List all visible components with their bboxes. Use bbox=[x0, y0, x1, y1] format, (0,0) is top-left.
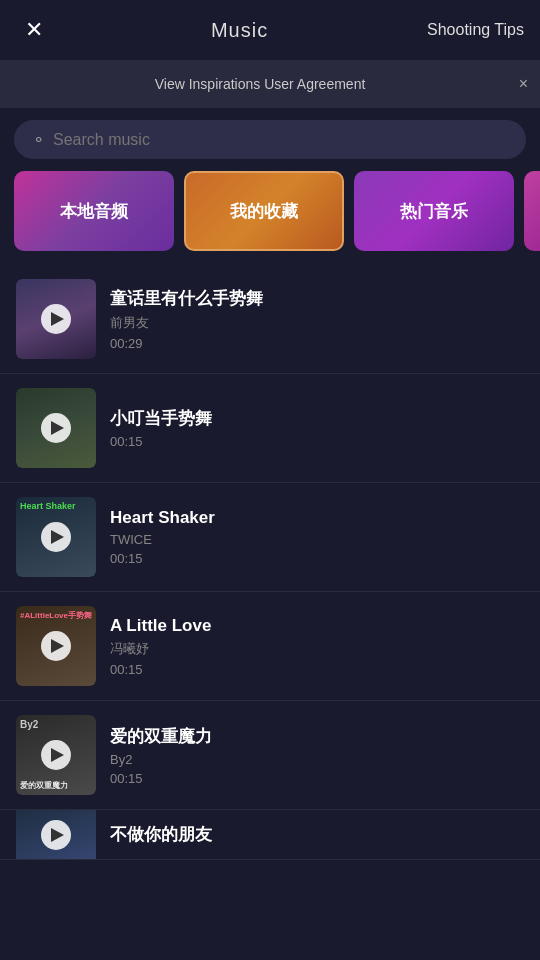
list-item[interactable]: 童话里有什么手势舞 前男友 00:29 bbox=[0, 265, 540, 374]
music-info: A Little Love 冯曦妤 00:15 bbox=[110, 616, 524, 677]
close-button[interactable]: ✕ bbox=[16, 12, 52, 48]
play-icon bbox=[51, 748, 64, 762]
search-icon: ⚬ bbox=[32, 130, 45, 149]
thumb-label-bottom: 爱的双重魔力 bbox=[20, 780, 68, 791]
play-button[interactable] bbox=[41, 304, 71, 334]
play-icon bbox=[51, 312, 64, 326]
music-thumbnail: By2 爱的双重魔力 bbox=[16, 715, 96, 795]
category-local[interactable]: 本地音频 bbox=[14, 171, 174, 251]
thumb-label: Heart Shaker bbox=[20, 501, 76, 511]
music-title: A Little Love bbox=[110, 616, 524, 636]
music-duration: 00:15 bbox=[110, 771, 524, 786]
play-icon bbox=[51, 421, 64, 435]
music-thumbnail bbox=[16, 388, 96, 468]
category-tabs: 本地音频 我的收藏 热门音乐 ▶ bbox=[0, 171, 540, 265]
music-title: 爱的双重魔力 bbox=[110, 725, 524, 748]
search-container: ⚬ bbox=[0, 108, 540, 171]
music-artist: By2 bbox=[110, 752, 524, 767]
music-thumbnail bbox=[16, 279, 96, 359]
play-icon bbox=[51, 828, 64, 842]
music-thumbnail: Heart Shaker bbox=[16, 497, 96, 577]
list-item[interactable]: 不做你的朋友 bbox=[0, 810, 540, 860]
header: ✕ Music Shooting Tips bbox=[0, 0, 540, 60]
category-favorites[interactable]: 我的收藏 bbox=[184, 171, 344, 251]
music-duration: 00:15 bbox=[110, 662, 524, 677]
music-artist: TWICE bbox=[110, 532, 524, 547]
banner-close-button[interactable]: × bbox=[519, 75, 528, 93]
banner-text: View Inspirations User Agreement bbox=[155, 76, 366, 92]
thumb-label: #ALittleLove手势舞 bbox=[20, 610, 92, 621]
music-info: 爱的双重魔力 By2 00:15 bbox=[110, 725, 524, 786]
music-duration: 00:29 bbox=[110, 336, 524, 351]
thumb-label-top: By2 bbox=[20, 719, 38, 730]
category-extra[interactable]: ▶ bbox=[524, 171, 540, 251]
play-button[interactable] bbox=[41, 820, 71, 850]
play-icon bbox=[51, 530, 64, 544]
music-info: 不做你的朋友 bbox=[110, 823, 524, 846]
page-title: Music bbox=[211, 19, 268, 42]
music-title: 不做你的朋友 bbox=[110, 823, 524, 846]
music-artist: 前男友 bbox=[110, 314, 524, 332]
list-item[interactable]: Heart Shaker Heart Shaker TWICE 00:15 bbox=[0, 483, 540, 592]
shooting-tips-button[interactable]: Shooting Tips bbox=[427, 21, 524, 39]
play-button[interactable] bbox=[41, 631, 71, 661]
play-button[interactable] bbox=[41, 522, 71, 552]
music-info: Heart Shaker TWICE 00:15 bbox=[110, 508, 524, 566]
music-thumbnail: #ALittleLove手势舞 bbox=[16, 606, 96, 686]
music-title: 小叮当手势舞 bbox=[110, 407, 524, 430]
search-input[interactable] bbox=[53, 131, 508, 149]
list-item[interactable]: #ALittleLove手势舞 A Little Love 冯曦妤 00:15 bbox=[0, 592, 540, 701]
music-info: 小叮当手势舞 00:15 bbox=[110, 407, 524, 449]
music-title: Heart Shaker bbox=[110, 508, 524, 528]
agreement-banner: View Inspirations User Agreement × bbox=[0, 60, 540, 108]
music-artist: 冯曦妤 bbox=[110, 640, 524, 658]
list-item[interactable]: By2 爱的双重魔力 爱的双重魔力 By2 00:15 bbox=[0, 701, 540, 810]
music-duration: 00:15 bbox=[110, 551, 524, 566]
music-duration: 00:15 bbox=[110, 434, 524, 449]
music-info: 童话里有什么手势舞 前男友 00:29 bbox=[110, 287, 524, 351]
list-item[interactable]: 小叮当手势舞 00:15 bbox=[0, 374, 540, 483]
search-bar: ⚬ bbox=[14, 120, 526, 159]
play-button[interactable] bbox=[41, 740, 71, 770]
play-button[interactable] bbox=[41, 413, 71, 443]
music-thumbnail bbox=[16, 810, 96, 860]
play-icon bbox=[51, 639, 64, 653]
music-list: 童话里有什么手势舞 前男友 00:29 小叮当手势舞 00:15 Heart S… bbox=[0, 265, 540, 860]
category-popular[interactable]: 热门音乐 bbox=[354, 171, 514, 251]
music-title: 童话里有什么手势舞 bbox=[110, 287, 524, 310]
